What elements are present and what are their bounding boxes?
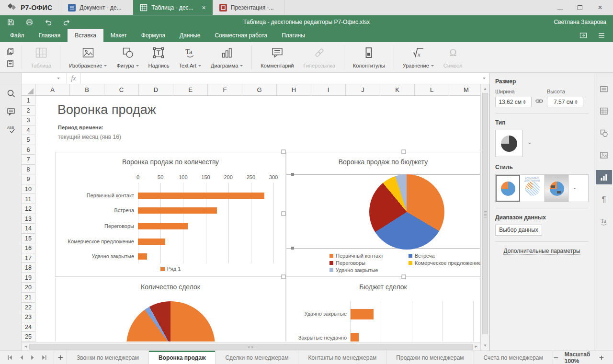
insert-image-button[interactable]: Изображение (64, 44, 112, 70)
column-header-J[interactable]: J (346, 84, 380, 96)
plot-area-handle[interactable] (291, 247, 294, 250)
insert-textbox-button[interactable]: Надпись (144, 44, 174, 70)
insert-chart-button[interactable]: Диаграмма (206, 44, 248, 70)
select-all-corner[interactable] (22, 84, 35, 96)
row-header-9[interactable]: 9 (22, 174, 35, 184)
row-header-25[interactable]: 25 (22, 332, 35, 342)
chart-style-3[interactable]: — — (545, 175, 569, 202)
table-settings-button[interactable] (596, 104, 612, 118)
horizontal-scrollbar-thumb[interactable] (29, 344, 473, 350)
width-spinner[interactable] (523, 99, 526, 105)
row-header-22[interactable]: 22 (22, 303, 35, 313)
chart-type-selector[interactable] (495, 130, 522, 157)
selection-handle[interactable] (282, 150, 286, 154)
column-header-B[interactable]: B (70, 84, 104, 96)
paragraph-settings-button[interactable]: ¶ (596, 192, 612, 206)
formula-input[interactable] (80, 73, 483, 84)
search-button[interactable] (0, 84, 22, 102)
zoom-in-button[interactable] (599, 355, 604, 361)
chart-settings-button[interactable] (596, 170, 612, 184)
insert-equation-button[interactable]: xУравнение (398, 44, 439, 70)
doc-tab-1[interactable]: Таблица - дес...× (133, 0, 213, 15)
column-header-M[interactable]: M (449, 84, 480, 96)
column-header-I[interactable]: I (311, 84, 346, 96)
column-header-A[interactable]: A (35, 84, 70, 96)
sheet-tab-3[interactable]: Контакты по менеджерам (298, 351, 386, 364)
ribbon-tab-0[interactable]: Файл (3, 29, 32, 42)
sheet-tab-0[interactable]: Звонки по менеджерам (67, 351, 149, 364)
comments-button[interactable] (0, 102, 22, 121)
pie-graphic[interactable] (369, 174, 444, 250)
pie-graphic[interactable] (126, 301, 215, 341)
name-box-input[interactable] (22, 73, 55, 84)
formula-bar-expand-icon[interactable] (483, 78, 486, 80)
height-input[interactable] (547, 99, 573, 105)
height-field[interactable] (547, 97, 583, 107)
row-header-7[interactable]: 7 (22, 155, 35, 165)
close-button[interactable]: × (592, 1, 608, 14)
bar-1[interactable] (351, 333, 359, 341)
vertical-scrollbar-thumb[interactable] (482, 93, 488, 334)
height-spinner[interactable] (575, 99, 578, 105)
column-headers[interactable]: ABCDEFGHIJKLM (22, 84, 480, 96)
insert-textart-button[interactable]: TaText Art (174, 44, 206, 70)
bar-0[interactable] (351, 309, 374, 319)
ribbon-tab-1[interactable]: Главная (32, 29, 68, 42)
row-header-13[interactable]: 13 (22, 214, 35, 224)
row-header-3[interactable]: 3 (22, 115, 35, 125)
row-header-24[interactable]: 24 (22, 322, 35, 332)
bar-0[interactable] (138, 193, 264, 199)
column-header-G[interactable]: G (242, 84, 277, 96)
row-header-18[interactable]: 18 (22, 263, 35, 273)
link-chain-icon[interactable] (535, 98, 543, 105)
row-header-19[interactable]: 19 (22, 273, 35, 283)
cell-settings-button[interactable] (596, 82, 612, 96)
row-header-6[interactable]: 6 (22, 145, 35, 155)
redo-button[interactable] (63, 18, 71, 26)
insert-hyperlink-button[interactable]: Гиперссылка (299, 44, 340, 70)
chart-deal-budget[interactable]: Бюджет сделокУдачно закрытыеЗакрытые неу… (286, 278, 480, 341)
name-box-chevron-icon[interactable] (57, 78, 60, 80)
spreadsheet-area[interactable]: ABCDEFGHIJKLM 12345678910111213141516171… (22, 84, 480, 351)
header-footer-button[interactable]: Колонтитулы (348, 44, 390, 70)
row-header-15[interactable]: 15 (22, 234, 35, 244)
row-header-8[interactable]: 8 (22, 165, 35, 175)
row-header-14[interactable]: 14 (22, 224, 35, 234)
next-sheet-button[interactable] (28, 353, 37, 363)
row-header-20[interactable]: 20 (22, 283, 35, 293)
paste-button[interactable] (6, 59, 15, 68)
bar-2[interactable] (138, 223, 188, 229)
minimize-button[interactable] (552, 1, 568, 14)
sheet-tab-5[interactable]: Счета по менеджерам (474, 351, 553, 364)
column-header-H[interactable]: H (277, 84, 311, 96)
column-header-D[interactable]: D (139, 84, 173, 96)
plot-area-handle[interactable] (291, 173, 294, 176)
add-sheet-button[interactable] (54, 351, 67, 364)
insert-comment-button[interactable]: Комментарий (256, 44, 298, 70)
save-button[interactable] (7, 18, 15, 26)
open-file-location-button[interactable] (579, 31, 588, 40)
textart-settings-button[interactable]: Ta (596, 214, 612, 228)
sheet-tab-2[interactable]: Сделки по менеджерам (216, 351, 298, 364)
undo-button[interactable] (44, 18, 52, 26)
ribbon-tab-7[interactable]: Плагины (274, 29, 312, 42)
advanced-settings-link[interactable]: Дополнительные параметры (503, 248, 580, 255)
insert-symbol-button[interactable]: ΩСимвол (439, 44, 467, 70)
ribbon-tab-2[interactable]: Вставка (68, 29, 103, 42)
width-input[interactable] (496, 99, 522, 105)
prev-sheet-button[interactable] (16, 353, 26, 363)
chart-style-2[interactable]: ЗАГОЛОВОК ДИАГРАММЫ (520, 175, 545, 202)
insert-table-button[interactable]: Таблица (26, 44, 56, 70)
ribbon-tab-5[interactable]: Данные (172, 29, 207, 42)
bar-1[interactable] (138, 207, 217, 214)
scroll-up-icon[interactable]: ▲ (483, 87, 487, 91)
column-header-K[interactable]: K (380, 84, 415, 96)
scroll-right-icon[interactable]: ► (474, 345, 478, 349)
main-menu-button[interactable] (597, 31, 606, 40)
column-header-E[interactable]: E (173, 84, 208, 96)
row-header-5[interactable]: 5 (22, 135, 35, 145)
print-button[interactable] (25, 18, 34, 26)
row-header-21[interactable]: 21 (22, 293, 35, 303)
ribbon-tab-3[interactable]: Макет (103, 29, 134, 42)
bar-4[interactable] (138, 253, 147, 260)
